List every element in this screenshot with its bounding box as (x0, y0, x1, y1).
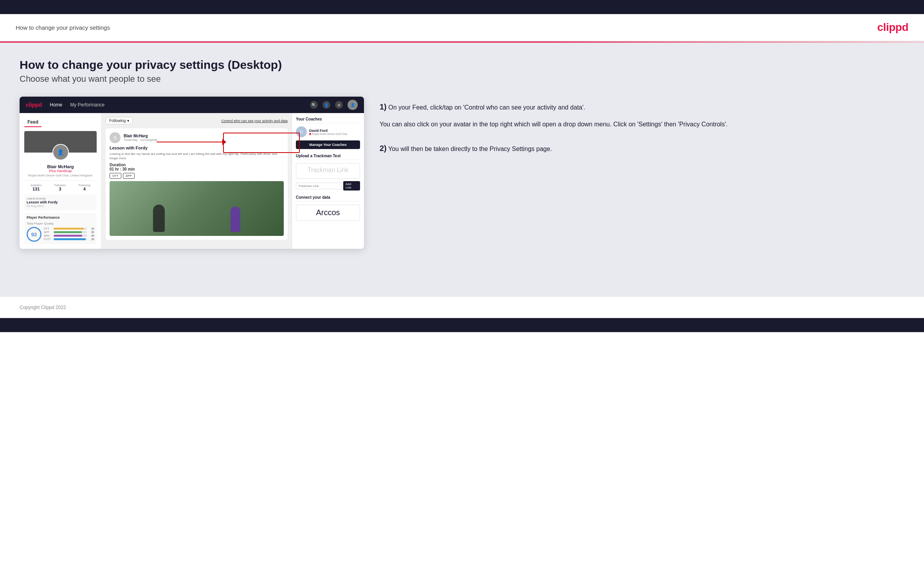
activity-desc: Looking to feel like my hands are exitin… (110, 152, 284, 160)
bar-app-value: 85 (88, 231, 94, 234)
activity-author-name: Blair McHarg (124, 134, 157, 138)
bar-arg: ARG 86 (44, 234, 94, 237)
app-nav-right: 🔍 👤 ⊕ 👤 (310, 100, 358, 110)
footer: Copyright Clippd 2022 (0, 297, 924, 318)
bar-app: APP 85 (44, 231, 94, 234)
tag-ott: OTT (110, 173, 121, 179)
activity-title: Lesson with Fordy (110, 146, 284, 150)
trackman-section-title: Upload a Trackman Test (296, 154, 360, 160)
bar-arg-track (54, 235, 87, 237)
bottom-bar (0, 318, 924, 332)
latest-activity-label: Latest Activity (27, 197, 94, 200)
profile-avatar: 👤 (52, 144, 69, 160)
location-icon[interactable]: ⊕ (335, 101, 343, 109)
logo: clippd (877, 21, 908, 34)
bar-app-label: APP (44, 231, 52, 234)
chevron-down-icon: ▾ (127, 119, 129, 123)
bar-ott: OTT 90 (44, 227, 94, 230)
stat-activities-label: Activities (31, 184, 41, 187)
profile-stats: Activities 131 Followers 3 Following 4 (24, 180, 97, 191)
step2-text: You will then be taken directly to the P… (388, 146, 552, 152)
bar-app-track (54, 231, 87, 233)
stat-following-value: 4 (79, 187, 90, 191)
profile-handicap: Plus Handicap (24, 169, 97, 173)
app-sidebar: Feed 👤 Blair McHarg Plus Handicap Royal … (20, 113, 102, 249)
following-button[interactable]: Following ▾ (106, 117, 133, 124)
tag-app: APP (123, 173, 135, 179)
latest-activity-name: Lesson with Fordy (27, 200, 94, 204)
bar-putt-fill (54, 238, 86, 240)
coach-item: D David Ford Royal North Devon Golf Club (296, 126, 360, 137)
step1-text: On your Feed, click/tap on 'Control who … (388, 104, 585, 111)
app-nav-home[interactable]: Home (50, 102, 62, 108)
step1-number: 1) (380, 102, 387, 111)
quality-score: 92 (27, 227, 41, 242)
bar-ott-label: OTT (44, 227, 52, 230)
perf-quality-label: Total Player Quality (27, 222, 94, 225)
profile-club: Royal North Devon Golf Club, United King… (24, 174, 97, 177)
profile-avatar-container: 👤 (52, 144, 69, 160)
profile-info: Blair McHarg Plus Handicap Royal North D… (24, 164, 97, 177)
page-subheading: Choose what you want people to see (20, 74, 904, 84)
bar-app-fill (54, 231, 82, 233)
app-mockup: clippd Home My Performance 🔍 👤 ⊕ 👤 Feed (20, 97, 364, 249)
activity-author-avatar: B (110, 132, 121, 143)
following-label: Following (109, 119, 126, 123)
bar-putt-value: 96 (88, 238, 94, 241)
trackman-input-area: Trackman Link (296, 163, 360, 179)
connect-section: Connect your data Arccos (296, 195, 360, 221)
app-feed: Following ▾ Control who can see your act… (102, 113, 292, 249)
bar-arg-fill (54, 235, 82, 237)
instruction-step1: 1) On your Feed, click/tap on 'Control w… (380, 101, 904, 113)
coach-avatar: D (296, 126, 307, 137)
activity-tags: OTT APP (110, 173, 284, 179)
feed-tab[interactable]: Feed (24, 118, 41, 127)
trackman-input-row: Add Link (296, 181, 360, 191)
search-icon[interactable]: 🔍 (310, 101, 318, 109)
profile-name: Blair McHarg (24, 164, 97, 169)
header: How to change your privacy settings clip… (0, 14, 924, 41)
quality-bars: OTT 90 APP (44, 227, 94, 241)
stat-following: Following 4 (79, 184, 90, 191)
activity-card: B Blair McHarg Yesterday · Sunningdale L… (106, 128, 288, 240)
app-nav: clippd Home My Performance 🔍 👤 ⊕ 👤 (20, 97, 364, 113)
stat-following-label: Following (79, 184, 90, 187)
latest-activity: Latest Activity Lesson with Fordy 03 Aug… (24, 194, 97, 210)
golf-figure-2 (231, 207, 240, 232)
content-columns: clippd Home My Performance 🔍 👤 ⊕ 👤 Feed (20, 97, 904, 249)
instruction-step2: 2) You will then be taken directly to th… (380, 142, 904, 155)
profile-banner: 👤 (24, 131, 97, 153)
arccos-brand: Arccos (296, 205, 360, 221)
trackman-link-input[interactable] (296, 183, 342, 189)
coach-club-dot (309, 133, 311, 135)
activity-duration: Duration 01 hr : 30 min (110, 163, 284, 171)
bar-ott-track (54, 228, 87, 230)
manage-coaches-button[interactable]: Manage Your Coaches (296, 140, 360, 149)
nav-avatar[interactable]: 👤 (348, 100, 358, 110)
coach-club: Royal North Devon Golf Club (309, 133, 347, 135)
player-performance: Player Performance Total Player Quality … (24, 213, 97, 244)
header-title: How to change your privacy settings (16, 24, 110, 31)
instruction-block-1: 1) On your Feed, click/tap on 'Control w… (380, 101, 904, 129)
instructions-column: 1) On your Feed, click/tap on 'Control w… (380, 97, 904, 167)
app-nav-performance[interactable]: My Performance (70, 102, 104, 108)
bar-putt: PUTT 96 (44, 238, 94, 241)
trackman-link-placeholder: Trackman Link (299, 167, 357, 174)
step2-number: 2) (380, 144, 387, 153)
trackman-section: Upload a Trackman Test Trackman Link Add… (296, 154, 360, 191)
perf-row: 92 OTT 90 (27, 227, 94, 242)
control-link[interactable]: Control who can see your activity and da… (221, 119, 288, 123)
activity-duration-label: Duration (110, 163, 126, 167)
connect-section-title: Connect your data (296, 195, 360, 201)
bar-putt-track (54, 238, 87, 240)
top-bar (0, 0, 924, 14)
user-icon[interactable]: 👤 (322, 101, 330, 109)
latest-activity-date: 03 Aug 2022 (27, 204, 94, 208)
page-heading: How to change your privacy settings (Des… (20, 58, 904, 72)
coach-name: David Ford (309, 129, 347, 133)
add-link-button[interactable]: Add Link (343, 181, 360, 191)
app-right-panel: Your Coaches D David Ford Royal North De… (292, 113, 364, 249)
stat-activities: Activities 131 (31, 184, 41, 191)
instruction-step1-extra: You can also click on your avatar in the… (380, 119, 904, 129)
bar-arg-value: 86 (88, 234, 94, 237)
